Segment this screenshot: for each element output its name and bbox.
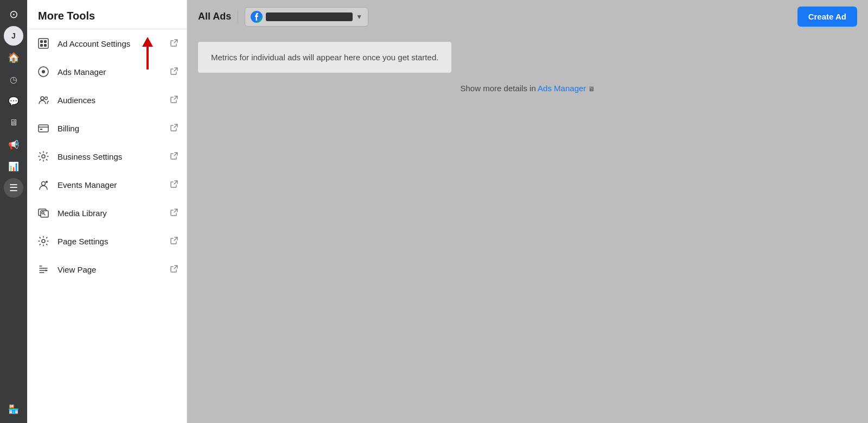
external-link-icon-billing — [170, 124, 178, 133]
ad-account-settings-label: Ad Account Settings — [58, 39, 130, 48]
svg-point-14 — [42, 182, 46, 186]
media-library-label: Media Library — [58, 209, 107, 218]
menu-item-left: Ads Manager — [36, 64, 106, 79]
svg-rect-6 — [44, 44, 47, 47]
billing-label: Billing — [58, 124, 79, 133]
svg-rect-12 — [40, 129, 42, 130]
menu-item-page-settings[interactable]: Page Settings — [27, 227, 187, 255]
page-settings-label: Page Settings — [58, 237, 108, 246]
menu-item-left: Events Manager — [36, 177, 117, 192]
svg-point-10 — [45, 97, 48, 100]
stats-icon[interactable]: 📊 — [4, 156, 23, 176]
business-settings-icon — [36, 149, 51, 164]
external-link-icon-view-page — [170, 265, 178, 274]
external-link-icon-page-settings — [170, 237, 178, 246]
page-settings-icon — [36, 233, 51, 249]
external-link-icon-audiences — [170, 96, 178, 105]
menu-item-ads-manager[interactable]: Ads Manager — [27, 58, 187, 86]
menu-item-left: Audiences — [36, 92, 95, 108]
create-ad-button[interactable]: Create Ad — [797, 7, 857, 27]
external-link-icon-ad-account — [170, 39, 178, 48]
menu-icon[interactable]: ☰ — [4, 178, 23, 198]
business-settings-label: Business Settings — [58, 152, 122, 161]
menu-item-events-manager[interactable]: Events Manager — [27, 171, 187, 199]
svg-rect-5 — [40, 44, 43, 47]
logo-icon[interactable]: ⊙ — [4, 4, 23, 24]
menu-item-left: Ad Account Settings — [36, 36, 130, 51]
metrics-message: Metrics for individual ads will appear h… — [211, 53, 438, 62]
svg-point-13 — [42, 155, 45, 158]
svg-point-15 — [46, 181, 48, 183]
menu-item-left: View Page — [36, 262, 96, 277]
svg-point-19 — [42, 239, 45, 243]
divider — [238, 10, 238, 23]
media-library-icon — [36, 205, 51, 220]
menu-item-ad-account-settings[interactable]: Ad Account Settings — [27, 29, 187, 58]
events-manager-label: Events Manager — [58, 180, 117, 190]
all-ads-label: All Ads — [198, 11, 231, 22]
home-icon[interactable]: 🏠 — [4, 48, 23, 67]
svg-point-9 — [41, 97, 44, 100]
external-link-icon-business-settings — [170, 152, 178, 161]
more-tools-panel: More Tools Ad Account Settings — [27, 0, 187, 423]
metrics-card: Metrics for individual ads will appear h… — [198, 42, 451, 73]
menu-item-business-settings[interactable]: Business Settings — [27, 142, 187, 171]
menu-item-audiences[interactable]: Audiences — [27, 86, 187, 114]
svg-rect-17 — [41, 211, 48, 217]
more-tools-header: More Tools — [27, 0, 187, 29]
audiences-label: Audiences — [58, 96, 95, 105]
ad-account-settings-icon — [36, 36, 51, 51]
menu-item-left: Media Library — [36, 205, 107, 220]
svg-marker-20 — [46, 269, 47, 272]
view-page-label: View Page — [58, 265, 96, 274]
svg-rect-3 — [40, 40, 43, 43]
menu-item-left: Page Settings — [36, 233, 108, 249]
recent-icon[interactable]: ◷ — [4, 70, 23, 89]
svg-point-8 — [42, 70, 45, 73]
ads-manager-icon-small: 🖥 — [588, 85, 595, 93]
external-link-icon-media-library — [170, 209, 178, 218]
account-name-redacted — [266, 12, 353, 21]
menu-item-view-page[interactable]: View Page — [27, 255, 187, 283]
fb-icon — [251, 11, 263, 23]
menu-item-left: Billing — [36, 121, 79, 136]
top-bar-left: All Ads ▼ — [198, 7, 368, 27]
ads-manager-link[interactable]: Ads Manager — [538, 84, 586, 93]
chat-icon[interactable]: 💬 — [4, 91, 23, 111]
main-content: All Ads ▼ Create Ad Metrics for individu… — [187, 0, 868, 423]
svg-rect-2 — [39, 39, 48, 48]
ads-manager-icon — [36, 64, 51, 79]
svg-rect-11 — [39, 125, 48, 132]
pages-icon[interactable]: 🖥 — [4, 113, 23, 132]
top-bar: All Ads ▼ Create Ad — [187, 0, 868, 33]
menu-item-left: Business Settings — [36, 149, 122, 164]
show-more-prefix: Show more details in — [461, 84, 538, 93]
audiences-icon — [36, 92, 51, 108]
external-link-icon-events-manager — [170, 180, 178, 190]
menu-item-media-library[interactable]: Media Library — [27, 199, 187, 227]
menu-item-billing[interactable]: Billing — [27, 114, 187, 142]
view-page-icon — [36, 262, 51, 277]
icon-navigation: ⊙ J 🏠 ◷ 💬 🖥 📢 📊 ☰ 🏪 — [0, 0, 27, 423]
svg-rect-4 — [44, 40, 47, 43]
content-area: Metrics for individual ads will appear h… — [187, 33, 868, 423]
marketplace-icon[interactable]: 🏪 — [4, 399, 23, 419]
events-manager-icon — [36, 177, 51, 192]
account-selector[interactable]: ▼ — [245, 7, 368, 27]
ads-manager-label: Ads Manager — [58, 67, 106, 77]
user-avatar[interactable]: J — [4, 26, 23, 46]
chevron-down-icon: ▼ — [356, 13, 362, 21]
megaphone-icon[interactable]: 📢 — [4, 135, 23, 154]
billing-icon — [36, 121, 51, 136]
external-link-icon-ads-manager — [170, 67, 178, 77]
show-more-text: Show more details in Ads Manager 🖥 — [198, 84, 857, 93]
